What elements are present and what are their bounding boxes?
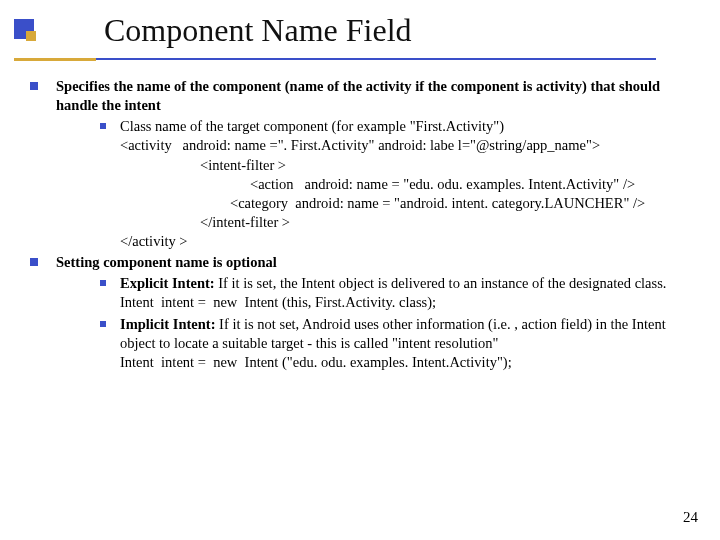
sub-bullet-text: If it is set, the Intent object is deliv… [215, 275, 667, 291]
square-bullet-icon [30, 258, 38, 266]
square-bullet-icon [100, 280, 106, 286]
code-line: <category android: name = "android. inte… [120, 194, 692, 213]
code-line: <action android: name = "edu. odu. examp… [120, 175, 692, 194]
code-line: Intent intent = new Intent (this, First.… [120, 293, 692, 312]
bullet-level2: Explicit Intent: If it is set, the Inten… [56, 274, 692, 312]
sub-bullet-label: Implicit Intent: [120, 316, 215, 332]
bullet-level1: Setting component name is optional Expli… [30, 253, 692, 372]
underline-accent [14, 58, 96, 61]
square-bullet-icon [30, 82, 38, 90]
page-number: 24 [683, 509, 698, 526]
bullet-level2: Implicit Intent: If it is not set, Andro… [56, 315, 692, 372]
title-bar: Component Name Field [0, 0, 720, 51]
square-bullet-icon [100, 123, 106, 129]
slide-title: Component Name Field [42, 12, 412, 49]
bullet-text: Specifies the name of the component (nam… [56, 78, 660, 113]
bullet-text: Setting component name is optional [56, 254, 277, 270]
sub-bullet-label: Explicit Intent: [120, 275, 215, 291]
sub-bullet-text: Class name of the target component (for … [120, 118, 504, 134]
bullet-level1: Specifies the name of the component (nam… [30, 77, 692, 251]
bullet-level2: Class name of the target component (for … [56, 117, 692, 251]
code-line: </intent-filter > [120, 213, 692, 232]
slide-body: Specifies the name of the component (nam… [0, 51, 720, 372]
square-bullet-icon [100, 321, 106, 327]
code-line: <intent-filter > [120, 156, 692, 175]
code-line: Intent intent = new Intent ("edu. odu. e… [120, 353, 692, 372]
code-line: <activity android: name =". First.Activi… [120, 136, 692, 155]
underline-main [96, 58, 656, 60]
accent-icon [14, 19, 34, 39]
code-line: </activity > [120, 232, 692, 251]
